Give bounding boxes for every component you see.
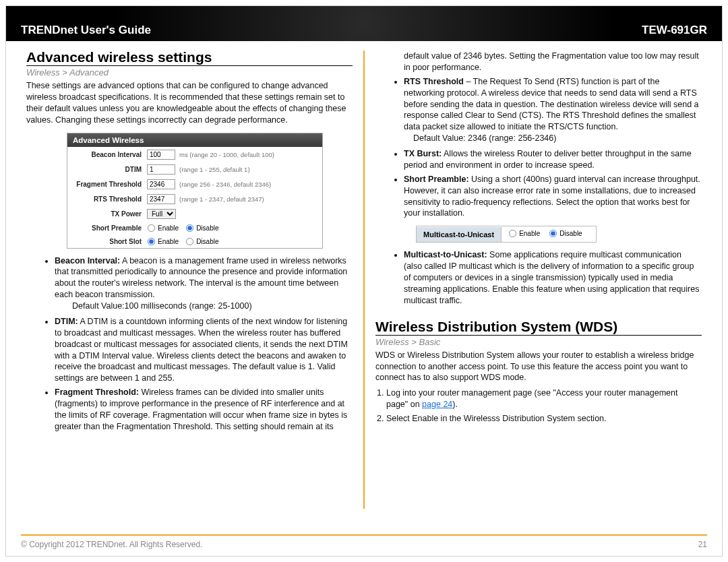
rts-default: Default Value: 2346 (range: 256-2346) [413, 133, 702, 144]
section-heading-wds: Wireless Distribution System (WDS) [375, 319, 702, 336]
panel-title: Advanced Wireless [67, 133, 322, 147]
label-fragment: Fragment Threshold [71, 181, 147, 188]
row-rts: RTS Threshold (range 1 - 2347, default 2… [67, 191, 322, 206]
radio-sp-disable[interactable]: Disable [185, 224, 218, 232]
bullet-short-preamble: Short Preamble: Using a short (400ns) gu… [404, 174, 702, 220]
radio-ss-disable[interactable]: Disable [185, 237, 218, 246]
hint-beacon: ms (range 20 - 1000, default 100) [179, 151, 274, 158]
wds-intro: WDS or Wireless Distribution System allo… [375, 350, 702, 384]
beacon-default: Default Value:100 milliseconds (range: 2… [72, 301, 353, 312]
hint-dtim: (range 1 - 255, default 1) [179, 166, 250, 173]
bullet-list-right: RTS Threshold – The Request To Send (RTS… [375, 76, 702, 220]
bullet-txburst: TX Burst: Allows the wireless Router to … [404, 148, 702, 171]
input-rts[interactable] [147, 194, 175, 204]
page: TRENDnet User's Guide TEW-691GR Advanced… [5, 5, 723, 557]
right-column: default value of 2346 bytes. Setting the… [367, 45, 710, 513]
bullet-multicast: Multicast-to-Unicast: Some applications … [404, 249, 702, 306]
breadcrumb-wds: Wireless > Basic [375, 337, 702, 347]
select-txpower[interactable]: Full [147, 209, 176, 219]
footer-rule [21, 534, 707, 536]
row-txpower: TX Power Full [67, 206, 322, 221]
label-txpower: TX Power [71, 210, 147, 218]
row-short-slot: Short Slot Enable Disable [67, 235, 322, 248]
row-dtim: DTIM (range 1 - 255, default 1) [67, 162, 322, 177]
label-short-slot: Short Slot [71, 238, 147, 245]
label-short-preamble: Short Preamble [71, 224, 147, 232]
step-2: Select Enable in the Wirelesss Distribut… [386, 413, 702, 425]
header: TRENDnet User's Guide TEW-691GR [6, 6, 722, 41]
row-short-preamble: Short Preamble Enable Disable [67, 221, 322, 235]
page-number: 21 [698, 540, 707, 549]
hint-fragment: (range 256 - 2346, default 2346) [179, 181, 271, 188]
row-fragment: Fragment Threshold (range 256 - 2346, de… [67, 177, 322, 191]
input-fragment[interactable] [147, 179, 175, 189]
left-column: Advanced wireless settings Wireless > Ad… [18, 45, 361, 513]
column-divider [363, 51, 365, 509]
advanced-wireless-panel: Advanced Wireless Beacon Interval ms (ra… [67, 133, 323, 249]
input-beacon[interactable] [147, 150, 175, 160]
step-1: Log into your router management page (se… [386, 387, 702, 410]
bullet-dtim: DTIM: A DTIM is a countdown informing cl… [55, 316, 353, 384]
row-beacon-interval: Beacon Interval ms (range 20 - 1000, def… [67, 147, 322, 162]
model-number: TEW-691GR [642, 24, 707, 37]
input-dtim[interactable] [147, 164, 175, 175]
bullet-list-left: Beacon Interval: A beacon is a managemen… [26, 255, 353, 433]
radio-sp-enable[interactable]: Enable [147, 224, 179, 232]
bullet-fragment: Fragment Threshold: Wireless frames can … [55, 387, 353, 433]
label-dtim: DTIM [71, 166, 147, 173]
radio-ss-enable[interactable]: Enable [147, 237, 179, 246]
label-beacon: Beacon Interval [71, 151, 147, 158]
footer: © Copyright 2012 TRENDnet. All Rights Re… [6, 534, 722, 549]
multicast-strip: Multicast-to-Unicast Enable Disable [416, 226, 597, 243]
wds-steps: Log into your router management page (se… [375, 387, 702, 425]
multicast-label: Multicast-to-Unicast [417, 227, 502, 242]
link-page-24[interactable]: page 24 [422, 400, 452, 409]
copyright: © Copyright 2012 TRENDnet. All Rights Re… [21, 540, 202, 549]
bullet-rts: RTS Threshold – The Request To Send (RTS… [404, 76, 702, 144]
frag-continuation: default value of 2346 bytes. Setting the… [404, 51, 702, 73]
radio-mc-disable[interactable]: Disable [549, 229, 582, 238]
content-columns: Advanced wireless settings Wireless > Ad… [6, 41, 722, 513]
guide-title: TRENDnet User's Guide [21, 24, 151, 37]
intro-paragraph: These settings are advanced options that… [26, 80, 353, 126]
bullet-list-mc: Multicast-to-Unicast: Some applications … [375, 249, 702, 306]
label-rts: RTS Threshold [71, 195, 147, 203]
section-heading-advanced: Advanced wireless settings [26, 49, 353, 66]
breadcrumb: Wireless > Advanced [26, 67, 353, 77]
bullet-beacon: Beacon Interval: A beacon is a managemen… [55, 255, 353, 312]
hint-rts: (range 1 - 2347, default 2347) [179, 195, 264, 203]
radio-mc-enable[interactable]: Enable [508, 229, 540, 238]
